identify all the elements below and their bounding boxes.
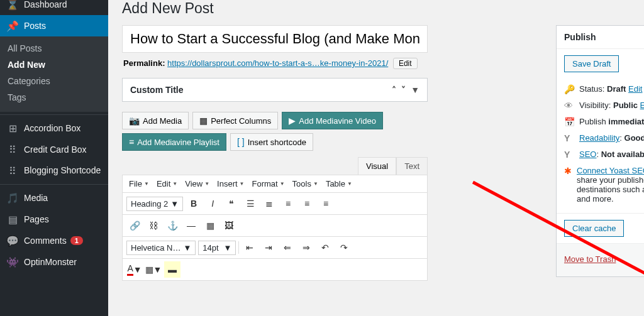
sidebar-label: Media [24, 193, 48, 203]
post-title-input[interactable] [122, 25, 428, 53]
comments-icon: 💬 [6, 234, 19, 247]
link-button[interactable]: 🔗 [126, 217, 143, 234]
anchor-button[interactable]: ⚓ [164, 217, 180, 234]
submenu-categories[interactable]: Categories [0, 73, 108, 89]
indent-right-button[interactable]: ⇥ [260, 239, 277, 256]
sidebar-item-dashboard[interactable]: ⌛ Dashboard [0, 0, 108, 15]
sidebar-item-accordion[interactable]: ⊞ Accordion Box [0, 117, 108, 139]
media-buttons-row: 📷Add Media ▦Perfect Columns ▶Add Mediavi… [122, 112, 428, 151]
media-icon: 🎵 [6, 192, 19, 204]
sidebar-label: Dashboard [24, 0, 67, 9]
blockquote-button[interactable]: ❝ [223, 195, 240, 212]
font-size-select[interactable]: 14pt▼ [198, 241, 236, 255]
credit-card-icon: ⠿ [6, 143, 19, 156]
chevron-up-icon[interactable]: ˄ [392, 85, 396, 95]
caret-down-icon[interactable]: ▼ [411, 85, 419, 95]
indent-left-button[interactable]: ⇤ [242, 239, 258, 256]
editor-menu-row: File▼ Edit▼ View▼ Insert▼ Format▼ Tools▼… [123, 175, 427, 193]
permalink-base[interactable]: https://dollarsprout.com/ [167, 58, 255, 68]
tab-text[interactable]: Text [396, 157, 428, 175]
bullet-list-button[interactable]: ☰ [242, 195, 258, 212]
sidebar-item-posts[interactable]: 📌 Posts [0, 15, 108, 36]
chevron-down-icon[interactable]: ˅ [401, 85, 406, 95]
zapier-link[interactable]: Connect Yoast SEO with Zapier [577, 166, 644, 175]
shortcode-icon: ⠿ [6, 165, 19, 177]
perfect-columns-button[interactable]: ▦Perfect Columns [192, 112, 278, 129]
insert-more-button[interactable]: — [183, 217, 199, 234]
calendar-icon: 📅 [564, 117, 574, 127]
editor-tabs: Visual Text [122, 157, 428, 175]
redo-button[interactable]: ↷ [336, 239, 352, 256]
clear-cache-button[interactable]: Clear cache [564, 220, 624, 237]
editor-toolbar-2: 🔗 ⛓ ⚓ — ▦ 🖼 [123, 215, 427, 237]
columns-icon: ▦ [199, 116, 208, 126]
page-title: Add New Post [116, 0, 636, 23]
move-to-trash-link[interactable]: Move to Trash [564, 254, 616, 264]
sidebar-item-comments[interactable]: 💬 Comments 1 [0, 230, 108, 251]
indent-button[interactable]: ⇒ [298, 239, 314, 256]
font-family-select[interactable]: Helvetica N…▼ [126, 241, 196, 255]
align-right-button[interactable]: ≡ [318, 195, 334, 212]
menu-insert[interactable]: Insert▼ [214, 178, 247, 190]
add-mediavine-video-button[interactable]: ▶Add Mediavine Video [282, 112, 383, 129]
permalink-row: Permalink: https://dollarsprout.com/how-… [123, 58, 426, 69]
outdent-button[interactable]: ⇐ [279, 239, 296, 256]
submenu-all-posts[interactable]: All Posts [0, 40, 108, 57]
sidebar-item-media[interactable]: 🎵 Media [0, 187, 108, 209]
camera-icon: 📷 [129, 116, 140, 126]
caret-down-icon: ▼ [183, 243, 191, 253]
tab-visual[interactable]: Visual [358, 157, 396, 175]
pin-icon: 📌 [6, 19, 19, 32]
play-icon: ▶ [289, 116, 296, 126]
edit-visibility-link[interactable]: Edit [640, 101, 644, 110]
unlink-button[interactable]: ⛓ [145, 217, 162, 234]
caret-down-icon: ▼ [223, 243, 231, 253]
menu-view[interactable]: View▼ [182, 178, 212, 190]
metabox-toggles[interactable]: ˄ ˅ ▼ [392, 85, 419, 95]
menu-tools[interactable]: Tools▼ [290, 178, 321, 190]
bold-button[interactable]: B [186, 195, 202, 212]
publish-metabox: Publish ˄ ˅ ▲ Save Draft Preview 🔑 Statu… [556, 25, 644, 277]
playlist-icon: ≡ [129, 137, 134, 147]
add-media-button[interactable]: 📷Add Media [122, 112, 189, 129]
undo-button[interactable]: ↶ [317, 239, 333, 256]
posts-submenu: All Posts Add New Categories Tags [0, 36, 108, 112]
menu-edit[interactable]: Edit▼ [154, 178, 180, 190]
save-draft-button[interactable]: Save Draft [564, 55, 619, 72]
optinmonster-icon: 👾 [6, 256, 19, 268]
menu-format[interactable]: Format▼ [250, 178, 287, 190]
dashboard-icon: ⌛ [6, 0, 19, 11]
menu-table[interactable]: Table▼ [323, 178, 355, 190]
text-color-button[interactable]: A▼ [126, 261, 143, 278]
numbered-list-button[interactable]: ≣ [261, 195, 277, 212]
sidebar-label: Credit Card Box [24, 144, 87, 155]
heading-select[interactable]: Heading 2▼ [126, 197, 183, 211]
italic-button[interactable]: I [204, 195, 221, 212]
sidebar-label: Pages [24, 214, 49, 224]
align-left-button[interactable]: ≡ [280, 195, 296, 212]
align-center-button[interactable]: ≡ [299, 195, 315, 212]
sidebar-item-creditcard[interactable]: ⠿ Credit Card Box [0, 139, 108, 160]
admin-sidebar: ⌛ Dashboard 📌 Posts All Posts Add New Ca… [0, 0, 108, 316]
insert-shortcode-button[interactable]: [ ]Insert shortcode [230, 133, 313, 151]
editor-toolbar-3: Helvetica N…▼ 14pt▼ ⇤ ⇥ ⇐ ⇒ ↶ ↷ [123, 237, 427, 259]
image-button[interactable]: 🖼 [221, 217, 237, 234]
sidebar-item-shortcode[interactable]: ⠿ Blogging Shortcode [0, 160, 108, 182]
edit-permalink-button[interactable]: Edit [393, 58, 418, 69]
permalink-label: Permalink: [123, 58, 165, 68]
submenu-tags[interactable]: Tags [0, 89, 108, 106]
zapier-text: Connect Yoast SEO with Zapier to instant… [577, 166, 644, 204]
menu-file[interactable]: File▼ [126, 178, 152, 190]
sidebar-item-pages[interactable]: ▤ Pages [0, 209, 108, 230]
toolbar-toggle-button[interactable]: ▦ [202, 217, 218, 234]
status-text: Status: Draft Edit [579, 84, 642, 94]
submenu-add-new[interactable]: Add New [0, 57, 108, 73]
add-mediavine-playlist-button[interactable]: ≡Add Mediavine Playlist [122, 133, 226, 151]
highlight-button[interactable]: ▬ [164, 261, 180, 278]
table-button[interactable]: ▦▼ [145, 261, 162, 278]
permalink-slug[interactable]: how-to-start-a-s…ke-money-in-2021/ [255, 58, 388, 68]
sidebar-item-optinmonster[interactable]: 👾 OptinMonster [0, 251, 108, 273]
edit-status-link[interactable]: Edit [628, 84, 642, 94]
seo-text: SEO: Not available [579, 150, 644, 159]
tinymce-editor: File▼ Edit▼ View▼ Insert▼ Format▼ Tools▼… [122, 175, 428, 281]
